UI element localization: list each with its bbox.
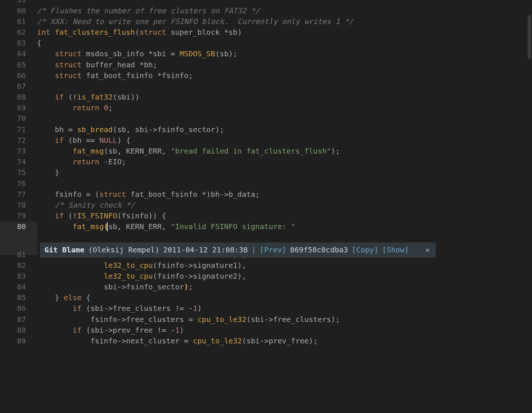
code-text: (sbi->free_clusters != - xyxy=(81,304,193,313)
line-number: 85 xyxy=(0,292,37,303)
blame-prev-link[interactable]: [Prev] xyxy=(260,245,286,255)
code-line[interactable]: 71 bh = sb_bread(sb, sbi->fsinfo_sector)… xyxy=(0,124,532,135)
function-call: IS_FSINFO xyxy=(77,211,117,220)
function-call: sb_bread xyxy=(77,125,112,134)
comment: /* Flushes the number of free clusters o… xyxy=(37,6,260,15)
code-line[interactable]: 64 struct msdos_sb_info *sbi = MSDOS_SB(… xyxy=(0,48,532,59)
line-number: 63 xyxy=(0,38,37,48)
comment: /* Sanity check */ xyxy=(55,201,135,209)
keyword: if xyxy=(55,93,64,101)
keyword: if xyxy=(73,304,81,313)
code-line[interactable]: 66 struct fat_boot_fsinfo *fsinfo; xyxy=(0,70,532,81)
code-line[interactable]: 86 if (sbi->free_clusters != -1) xyxy=(0,303,532,314)
number-literal: 1 xyxy=(193,304,197,313)
function-call: cpu_to_le32 xyxy=(197,315,246,324)
code-text: { xyxy=(37,38,41,47)
keyword: struct xyxy=(55,60,81,69)
code-text: (fsinfo->signature1), xyxy=(153,261,246,270)
line-number: 62 xyxy=(0,27,37,38)
line-number: 74 xyxy=(0,157,37,167)
code-text: msdos_sb_info *sbi = xyxy=(81,49,179,58)
line-number: 83 xyxy=(0,271,37,282)
string-literal: "Invalid FSINFO signature: " xyxy=(171,222,295,231)
code-line[interactable]: 84 sbi->fsinfo_sector); xyxy=(0,282,532,292)
code-line[interactable]: 69 return 0; xyxy=(0,103,532,113)
code-line[interactable]: 65 struct buffer_head *bh; xyxy=(0,60,532,70)
code-text: bh = xyxy=(55,125,77,134)
line-number: 80 xyxy=(0,221,37,232)
blame-commit-hash: 869f58c0cdba3 xyxy=(290,245,348,255)
code-text: ); xyxy=(331,147,340,155)
line-number: 70 xyxy=(0,113,37,124)
line-number: 59 xyxy=(0,0,37,6)
code-text: (sbi->free_clusters); xyxy=(246,315,340,324)
code-text: fsinfo = ( xyxy=(55,190,99,199)
code-text: (! xyxy=(64,93,77,101)
line-number: 89 xyxy=(0,336,37,346)
code-line[interactable]: 67 xyxy=(0,81,532,92)
keyword: struct xyxy=(100,190,126,199)
code-lines-container: 59 60/* Flushes the number of free clust… xyxy=(0,0,532,346)
code-line[interactable]: 70 xyxy=(0,113,532,124)
code-line[interactable]: 75 } xyxy=(0,167,532,178)
code-text: (sbi->prev_free != - xyxy=(81,326,175,335)
code-line[interactable]: 83 le32_to_cpu(fsinfo->signature2), xyxy=(0,271,532,282)
code-text: (sb); xyxy=(215,49,238,58)
line-number: 66 xyxy=(0,70,37,81)
line-number: 87 xyxy=(0,314,37,325)
code-text: (sb, sbi->fsinfo_sector); xyxy=(113,125,224,134)
code-text: buffer_head *bh; xyxy=(81,60,157,69)
function-call: cpu_to_le32 xyxy=(193,336,242,345)
code-text: -EIO; xyxy=(100,157,126,166)
scrollbar-thumb[interactable] xyxy=(528,15,531,59)
code-text: ) { xyxy=(117,136,131,145)
code-text: (bh == xyxy=(64,136,99,145)
vertical-scrollbar[interactable] xyxy=(527,0,532,413)
function-call: MSDOS_SB xyxy=(179,49,215,58)
line-number: 76 xyxy=(0,178,37,189)
line-number: 60 xyxy=(0,6,37,16)
close-icon[interactable]: × xyxy=(424,245,431,255)
code-line[interactable]: 82 le32_to_cpu(fsinfo->signature1), xyxy=(0,260,532,271)
code-line[interactable]: 76 xyxy=(0,178,532,189)
line-number: 65 xyxy=(0,60,37,70)
keyword: if xyxy=(73,326,81,335)
code-line[interactable]: 63{ xyxy=(0,38,532,48)
blame-separator: | xyxy=(252,245,256,255)
line-number: 84 xyxy=(0,282,37,292)
code-editor[interactable]: 59 60/* Flushes the number of free clust… xyxy=(0,0,532,413)
keyword: return xyxy=(73,103,99,112)
code-line[interactable]: 88 if (sbi->prev_free != -1) xyxy=(0,325,532,336)
code-text: sb, KERN_ERR, xyxy=(108,222,171,231)
line-number: 67 xyxy=(0,81,37,92)
blame-show-link[interactable]: [Show] xyxy=(382,245,409,255)
code-text: fsinfo->free_clusters = xyxy=(91,315,198,324)
blame-datetime: 2011-04-12 21:08:38 xyxy=(163,245,248,255)
code-line[interactable]: 68 if (!is_fat32(sbi)) xyxy=(0,92,532,103)
code-line[interactable]: 72 if (bh == NULL) { xyxy=(0,135,532,146)
function-call: le32_to_cpu xyxy=(104,272,153,281)
code-line[interactable]: 79 if (!IS_FSINFO(fsinfo)) { xyxy=(0,211,532,221)
number-literal: 0 xyxy=(104,103,108,112)
code-line[interactable]: 74 return -EIO; xyxy=(0,157,532,167)
code-line[interactable]: 62int fat_clusters_flush(struct super_bl… xyxy=(0,27,532,38)
code-line[interactable]: 78 /* Sanity check */ xyxy=(0,200,532,211)
code-line[interactable]: 87 fsinfo->free_clusters = cpu_to_le32(s… xyxy=(0,314,532,325)
function-call: is_fat32 xyxy=(77,93,112,101)
blame-copy-link[interactable]: [Copy] xyxy=(352,245,378,255)
code-line-current[interactable]: 80 fat_msg(sb, KERN_ERR, "Invalid FSINFO… xyxy=(0,221,532,232)
code-line[interactable]: 61/* XXX: Need to write one per FSINFO b… xyxy=(0,16,532,27)
code-text: (sbi->prev_free); xyxy=(242,336,318,345)
code-text: ; xyxy=(108,103,113,112)
code-text: (sbi)) xyxy=(113,93,139,101)
keyword: if xyxy=(55,136,64,145)
code-line[interactable]: 59 xyxy=(0,0,532,6)
code-line[interactable]: 85 } else { xyxy=(0,292,532,303)
code-text: fat_boot_fsinfo *fsinfo; xyxy=(81,71,193,80)
line-number: 88 xyxy=(0,325,37,336)
code-text: (sb, KERN_ERR, xyxy=(104,147,171,155)
code-line[interactable]: 89 fsinfo->next_cluster = cpu_to_le32(sb… xyxy=(0,336,532,346)
code-line[interactable]: 77 fsinfo = (struct fat_boot_fsinfo *)bh… xyxy=(0,189,532,200)
code-line[interactable]: 73 fat_msg(sb, KERN_ERR, "bread failed i… xyxy=(0,146,532,157)
code-line[interactable]: 60/* Flushes the number of free clusters… xyxy=(0,6,532,16)
